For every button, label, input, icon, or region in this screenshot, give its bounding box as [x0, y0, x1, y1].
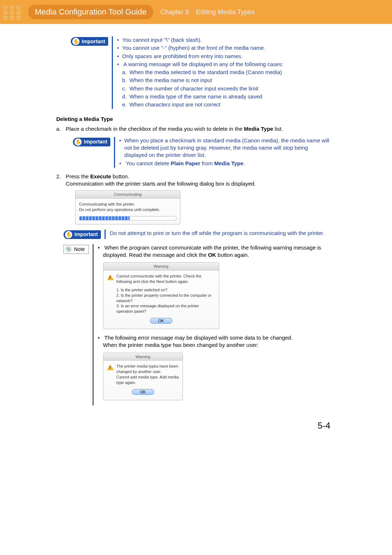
guide-title-badge: Media Configuration Tool Guide — [28, 5, 153, 19]
important3-text: Do not attempt to print or turn the off … — [110, 230, 330, 237]
progress-bar — [79, 216, 176, 220]
warning-dialog-2: Warning The printer media types have bee… — [103, 353, 183, 400]
page-number: 5-4 — [56, 420, 330, 432]
important-tag: ✋ Important — [64, 230, 101, 239]
dialog-text: Do not perform any operations until comp… — [79, 207, 176, 212]
important-callout-3: ✋ Important Do not attempt to print or t… — [64, 230, 330, 239]
dialog-text: Communicating with the printer. — [79, 202, 176, 207]
ok-button[interactable]: OK — [150, 318, 172, 324]
communicating-dialog: Communicating Communicating with the pri… — [75, 190, 180, 224]
note-tag: ✎ Note — [64, 245, 89, 254]
important2-item: When you place a checkmark in standard m… — [119, 137, 330, 159]
warning-icon — [107, 364, 114, 370]
important1-item: A warning message will be displayed in a… — [117, 61, 330, 109]
dialog-text: 1. Is the printer switched on? — [117, 287, 215, 293]
hand-icon: ✋ — [74, 138, 82, 146]
page-header: Media Configuration Tool Guide Chapter 5… — [0, 0, 392, 24]
step-2: 2. Press the Execute button. Communicati… — [56, 173, 330, 224]
section-heading-deleting: Deleting a Media Type — [56, 116, 330, 123]
warning-dialog-1: Warning Cannot communicate with the prin… — [103, 262, 219, 329]
dialog-title: Warning — [103, 353, 183, 361]
ok-button[interactable]: OK — [132, 389, 154, 395]
important-tag: ✋ Important — [71, 37, 108, 46]
page-body: ✋ Important You cannot input "\" (back s… — [0, 24, 392, 446]
dialog-title: Warning — [103, 263, 219, 271]
warning-icon — [107, 274, 114, 280]
hand-icon: ✋ — [65, 231, 72, 238]
important1-item: You cannot input "\" (back slash). — [117, 36, 330, 44]
dialog-text: 3. Is an error message displayed on the … — [117, 303, 215, 314]
chapter-label: Chapter 5 Editing Media Types — [160, 8, 255, 16]
header-dot-grid — [4, 4, 25, 20]
note-item: The following error message may be displ… — [98, 334, 330, 400]
important-tag: ✋ Important — [73, 138, 110, 146]
hand-icon: ✋ — [72, 38, 79, 45]
dialog-text: The printer media types have been change… — [117, 364, 179, 385]
important2-item: You cannot delete Plain Paper from Media… — [119, 160, 330, 167]
important-callout-2: ✋ Important When you place a checkmark i… — [73, 137, 330, 168]
dialog-text: 2. Is the printer properly connected to … — [117, 293, 215, 304]
note-item: When the program cannot communicate with… — [98, 244, 330, 329]
pencil-icon: ✎ — [65, 246, 72, 252]
important1-item: Only spaces are prohibited from entry in… — [117, 53, 330, 60]
dialog-text: Cannot communicate with the printer. Che… — [117, 274, 215, 284]
dialog-title: Communicating — [75, 191, 180, 199]
important-callout-1: ✋ Important You cannot input "\" (back s… — [71, 36, 330, 109]
step-a: a. Place a checkmark in the checkbox of … — [56, 125, 330, 168]
note-callout: ✎ Note When the program cannot communica… — [64, 244, 330, 405]
important1-item: You cannot use "-" (hyphen) at the front… — [117, 44, 330, 52]
